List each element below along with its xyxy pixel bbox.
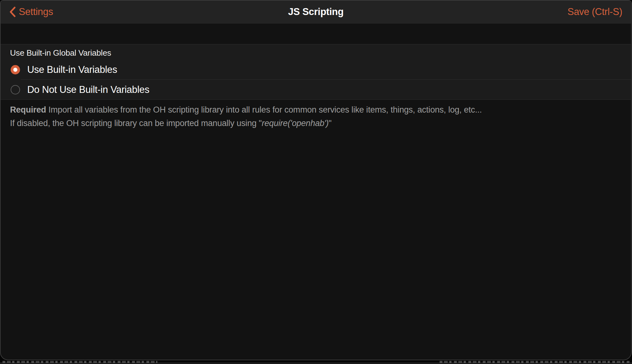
clipped-background-text-left — [3, 361, 157, 363]
radio-option-label: Do Not Use Built-in Variables — [27, 84, 149, 95]
navbar: Settings JS Scripting Save (Ctrl-S) — [1, 1, 631, 23]
footer-line-2-prefix: If disabled, the OH scripting library ca… — [10, 119, 262, 128]
radio-option-label: Use Built-in Variables — [27, 64, 117, 75]
spacer-band — [1, 23, 631, 44]
radio-option-use-builtin-variables[interactable]: Use Built-in Variables — [1, 60, 631, 79]
required-label: Required — [10, 105, 46, 114]
back-button-label: Settings — [19, 6, 53, 18]
chevron-left-icon — [9, 7, 16, 17]
section-title: Use Built-in Global Variables — [1, 44, 631, 60]
js-scripting-settings-sheet: Settings JS Scripting Save (Ctrl-S) Use … — [0, 0, 632, 360]
clipped-background-text-right — [440, 361, 629, 363]
radio-option-do-not-use-builtin-variables[interactable]: Do Not Use Built-in Variables — [1, 80, 631, 99]
radio-selected-icon[interactable] — [11, 65, 20, 74]
radio-unselected-icon[interactable] — [11, 85, 20, 94]
footer-line-2: If disabled, the OH scripting library ca… — [10, 117, 622, 129]
variables-option-list: Use Built-in Global Variables Use Built-… — [1, 44, 631, 100]
page-title: JS Scripting — [1, 6, 631, 18]
section-footer-description: Required Import all variables from the O… — [1, 100, 631, 129]
footer-line-1-text: Import all variables from the OH scripti… — [48, 105, 482, 114]
footer-line-2-code: require('openhab') — [262, 119, 329, 128]
back-button[interactable]: Settings — [9, 6, 53, 18]
save-button[interactable]: Save (Ctrl-S) — [568, 6, 622, 18]
footer-line-2-suffix: " — [329, 119, 331, 128]
footer-line-1: Required Import all variables from the O… — [10, 104, 622, 116]
